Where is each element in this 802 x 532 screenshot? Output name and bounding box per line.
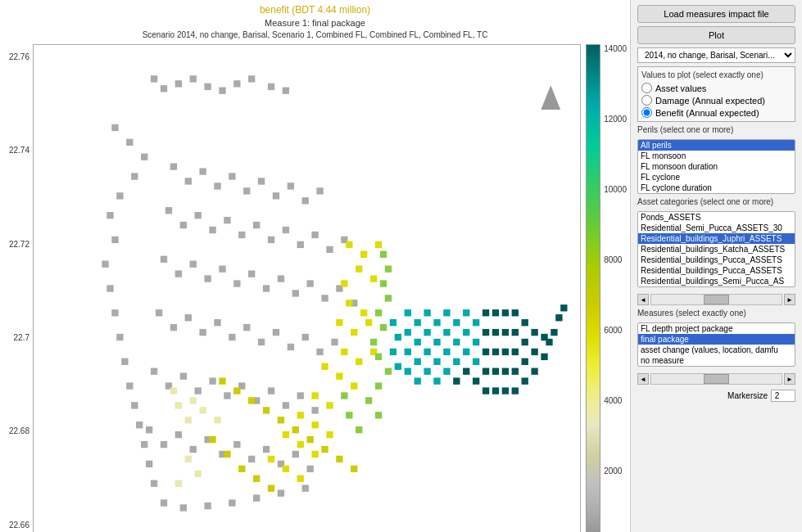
- measures-scrollbar-right-btn[interactable]: ►: [784, 373, 795, 385]
- svg-rect-186: [453, 378, 460, 385]
- svg-rect-136: [283, 466, 289, 472]
- colorbar-label: 10000: [604, 185, 627, 194]
- svg-rect-172: [433, 358, 440, 365]
- svg-rect-221: [560, 304, 567, 311]
- svg-rect-240: [190, 397, 197, 404]
- svg-rect-23: [131, 402, 138, 408]
- svg-rect-95: [283, 402, 289, 408]
- svg-rect-168: [473, 339, 479, 345]
- svg-marker-222: [541, 85, 560, 110]
- svg-rect-2: [175, 80, 182, 87]
- svg-rect-108: [292, 451, 299, 458]
- load-measures-button[interactable]: Load measures impact file: [637, 5, 795, 23]
- radio-damage-input[interactable]: [641, 95, 652, 106]
- svg-rect-177: [405, 368, 411, 375]
- svg-rect-235: [238, 466, 245, 472]
- y-axis: 22.7622.7422.7222.722.6822.66: [3, 44, 33, 532]
- colorbar-label: 14000: [604, 44, 627, 53]
- svg-rect-78: [229, 334, 235, 340]
- radio-damage[interactable]: Damage (Annual expected): [641, 95, 791, 106]
- svg-rect-134: [311, 451, 318, 458]
- svg-rect-117: [360, 309, 367, 316]
- colorbar-label: 2000: [604, 467, 627, 476]
- colorbar-area: 14000120001000080006000400020000: [586, 44, 627, 532]
- svg-rect-236: [253, 476, 260, 482]
- svg-rect-32: [253, 495, 260, 502]
- measures-scrollbar-left-btn[interactable]: ◄: [637, 373, 649, 385]
- svg-rect-86: [151, 368, 157, 375]
- svg-rect-25: [141, 441, 147, 448]
- svg-rect-79: [243, 324, 250, 331]
- svg-rect-178: [415, 378, 421, 385]
- svg-rect-48: [195, 212, 202, 219]
- svg-rect-119: [351, 329, 357, 336]
- svg-rect-161: [405, 329, 411, 336]
- svg-rect-125: [336, 373, 342, 380]
- svg-rect-59: [161, 256, 167, 263]
- svg-rect-224: [233, 388, 240, 394]
- map-area: benefit (BDT 4.44 million) Measure 1: fi…: [0, 0, 630, 532]
- svg-rect-91: [224, 393, 230, 399]
- map-title-measure: Measure 1: final package: [3, 17, 627, 29]
- svg-rect-193: [483, 388, 489, 394]
- perils-listbox[interactable]: All perilsFL monsoonFL monsoon durationF…: [637, 139, 795, 194]
- svg-rect-50: [224, 217, 230, 223]
- svg-rect-7: [248, 75, 255, 82]
- asset-categories-listbox[interactable]: Ponds_ASSETSResidential_Semi_Pucca_ASSET…: [637, 211, 795, 287]
- svg-rect-163: [424, 329, 430, 336]
- svg-rect-46: [165, 207, 172, 214]
- svg-rect-147: [375, 383, 382, 390]
- asset-categories-label: Asset categories (select one or more): [637, 197, 795, 206]
- svg-rect-19: [111, 309, 118, 316]
- svg-rect-65: [248, 271, 255, 277]
- svg-rect-52: [253, 222, 260, 228]
- svg-rect-241: [185, 417, 192, 423]
- svg-rect-204: [512, 309, 519, 316]
- svg-rect-39: [229, 174, 235, 180]
- svg-rect-135: [268, 456, 274, 462]
- svg-rect-0: [151, 75, 157, 82]
- svg-rect-12: [141, 154, 147, 160]
- radio-asset-values-input[interactable]: [641, 83, 652, 93]
- radio-benefit-input[interactable]: [641, 107, 652, 118]
- svg-rect-68: [292, 290, 299, 296]
- svg-rect-154: [415, 319, 421, 326]
- svg-rect-190: [483, 329, 489, 336]
- svg-rect-16: [111, 237, 118, 243]
- radio-asset-values[interactable]: Asset values: [641, 83, 791, 93]
- colorbar-gradient: [586, 44, 600, 532]
- svg-rect-219: [551, 329, 557, 336]
- svg-rect-212: [522, 378, 528, 385]
- svg-rect-139: [385, 266, 392, 273]
- plot-button[interactable]: Plot: [637, 26, 795, 44]
- svg-rect-229: [307, 436, 314, 443]
- radio-benefit[interactable]: Benefit (Annual expected): [641, 107, 791, 118]
- scrollbar-left-btn[interactable]: ◄: [637, 294, 649, 305]
- svg-rect-76: [199, 329, 206, 336]
- radio-group: Asset values Damage (Annual expected) Be…: [641, 83, 791, 118]
- svg-rect-69: [307, 281, 314, 287]
- colorbar-label: 6000: [604, 326, 627, 335]
- svg-rect-156: [433, 319, 440, 326]
- svg-rect-230: [321, 446, 328, 453]
- svg-rect-195: [492, 329, 499, 336]
- svg-rect-17: [102, 261, 108, 268]
- svg-rect-114: [370, 276, 377, 282]
- svg-rect-217: [541, 354, 547, 360]
- measures-scrollbar-track[interactable]: [650, 373, 782, 385]
- svg-rect-38: [214, 183, 220, 189]
- measures-listbox[interactable]: FL depth project packagefinal packageass…: [637, 322, 795, 367]
- scenario-dropdown[interactable]: 2014, no change, Barisal, Scenari...: [637, 47, 795, 63]
- svg-rect-245: [195, 471, 202, 477]
- scrollbar-track[interactable]: [650, 294, 782, 305]
- svg-rect-77: [214, 319, 220, 326]
- svg-rect-188: [473, 378, 479, 385]
- svg-rect-21: [121, 358, 128, 365]
- scrollbar-right-btn[interactable]: ►: [784, 294, 795, 305]
- svg-rect-194: [492, 309, 499, 316]
- svg-rect-208: [512, 388, 519, 394]
- svg-rect-197: [492, 368, 499, 375]
- map-svg-area[interactable]: [33, 44, 581, 532]
- markersize-label: Markersize: [727, 391, 768, 400]
- markersize-input[interactable]: [771, 390, 795, 402]
